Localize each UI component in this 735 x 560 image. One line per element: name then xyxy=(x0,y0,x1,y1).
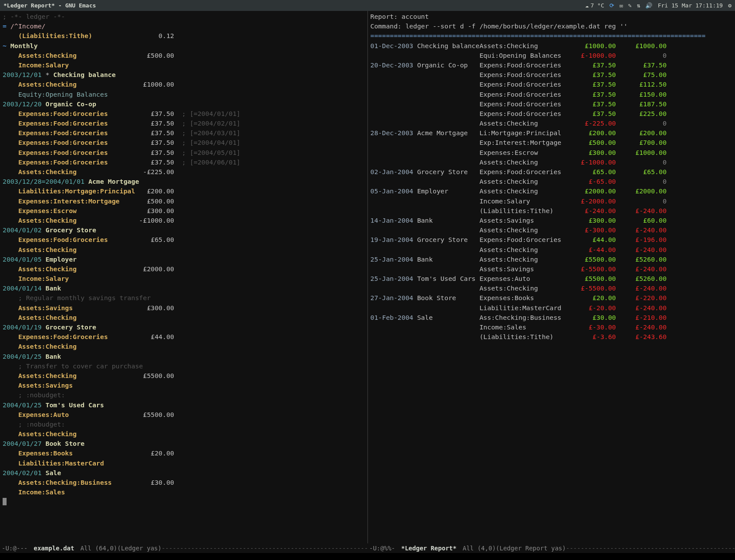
modeline-buffer-name: example.dat xyxy=(34,545,74,552)
modeline-flags: -U:@--- xyxy=(2,545,28,552)
gear-icon[interactable]: ⚙ xyxy=(728,0,732,11)
window-title: *Ledger Report* - GNU Emacs xyxy=(4,0,96,11)
panel-tray: ☁7 °C ⟳ ✉ ✎ ⇅ 🔊 Fri 15 Mar 17:11:19 ⚙ xyxy=(585,0,732,11)
modeline-mode: (Ledger yas) xyxy=(117,545,161,552)
chat-icon[interactable]: ✎ xyxy=(628,0,632,11)
desktop-panel: *Ledger Report* - GNU Emacs ☁7 °C ⟳ ✉ ✎ … xyxy=(0,0,735,11)
modeline-mode: (Ledger Report yas) xyxy=(496,545,566,552)
modeline-fill: ----------------------------------------… xyxy=(161,545,368,552)
ledger-report-buffer[interactable]: Report: accountCommand: ledger --sort d … xyxy=(368,11,735,543)
volume-icon[interactable]: 🔊 xyxy=(645,0,652,11)
modeline-fill: ----------------------------------------… xyxy=(566,545,735,552)
weather-indicator[interactable]: ☁7 °C xyxy=(585,0,604,11)
modeline-position: All (4,0) xyxy=(462,545,496,552)
network-icon[interactable]: ⇅ xyxy=(637,0,640,11)
modeline-buffer-name: *Ledger Report* xyxy=(401,545,456,552)
modeline-left: -U:@--- example.dat All (64,0) (Ledger y… xyxy=(0,543,368,553)
ledger-source-buffer[interactable]: ; -*- ledger -*-= /^Income/ (Liabilities… xyxy=(0,11,368,543)
refresh-icon[interactable]: ⟳ xyxy=(609,0,614,11)
emacs-frame: ; -*- ledger -*-= /^Income/ (Liabilities… xyxy=(0,11,735,543)
modeline-right: -U:@%%- *Ledger Report* All (4,0) (Ledge… xyxy=(368,543,735,553)
clock[interactable]: Fri 15 Mar 17:11:19 xyxy=(658,0,723,11)
modeline-position: All (64,0) xyxy=(80,545,117,552)
mail-icon[interactable]: ✉ xyxy=(620,0,623,11)
minibuffer[interactable] xyxy=(0,553,735,560)
modeline-flags: -U:@%%- xyxy=(369,545,395,552)
modeline-row: -U:@--- example.dat All (64,0) (Ledger y… xyxy=(0,543,735,553)
